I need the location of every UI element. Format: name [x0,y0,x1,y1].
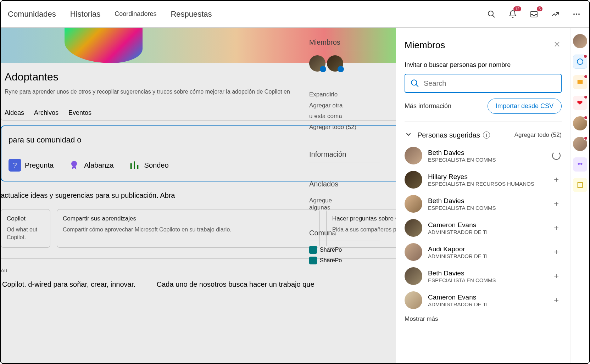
side-link[interactable]: SharePo [320,257,342,264]
tab-ideas[interactable]: Aideas [5,109,24,117]
person-row: Beth DaviesESPECIALISTA EN COMMS [405,147,562,164]
svg-line-1 [492,15,495,17]
rail-avatar[interactable] [573,137,587,151]
person-role: ADMINISTRADOR DE TI [428,253,551,259]
person-role: ADMINISTRADOR DE TI [428,301,551,307]
inbox-badge: 5 [537,6,542,11]
more-icon[interactable] [571,9,582,20]
plus-icon [553,273,560,280]
nav-tabs: Comunidades Historias Coordinadores Resp… [8,10,212,19]
card-1[interactable]: Copilot Od what out Copilot. [1,209,50,248]
person-row: Hillary ReyesESPECIALISTA EN RECURSOS HU… [405,171,562,189]
post-text-2: Cada uno de nosotros busca hacer un trab… [157,280,315,289]
info-icon[interactable]: i [483,131,490,139]
panel-title: Miembros [405,40,445,51]
rail-presentation-icon[interactable] [573,75,587,89]
person-avatar[interactable] [405,243,422,261]
svg-rect-33 [578,183,582,188]
person-avatar[interactable] [405,219,422,237]
nav-tab-comunidades[interactable]: Comunidades [8,10,56,19]
side-info-heading: Información [309,150,380,162]
add-person-button[interactable] [551,174,562,185]
svg-rect-30 [577,80,583,84]
member-avatar[interactable] [309,55,325,72]
person-role: ESPECIALISTA EN RECURSOS HUMANOS [428,181,551,187]
nav-tab-historias[interactable]: Historias [70,10,101,19]
close-icon [554,41,560,47]
plus-icon [553,248,560,256]
search-input[interactable] [424,79,556,88]
svg-point-4 [576,13,577,15]
side-text: u esta coma [309,111,380,122]
show-more-link[interactable]: Mostrar más [405,315,562,323]
person-role: ESPECIALISTA EN COMMS [428,205,551,211]
person-row: Audi KapoorADMINISTRADOR DE TI [405,243,562,261]
person-avatar[interactable] [405,267,422,285]
person-avatar[interactable] [405,147,422,164]
inbox-icon[interactable]: 5 [528,9,540,20]
analytics-icon[interactable] [550,9,561,20]
nav-tab-respuestas[interactable]: Respuestas [171,10,212,19]
suggested-title: Personas sugeridas [417,131,480,139]
search-icon[interactable] [486,9,497,20]
add-person-button[interactable] [551,223,562,233]
close-button[interactable] [552,40,562,51]
nav-right: 12 5 [486,9,582,20]
import-csv-button[interactable]: Importar desde CSV [488,99,562,114]
side-comuna-heading: Comuna [309,229,380,241]
rail-notes-icon[interactable] [573,178,587,192]
tab-eventos[interactable]: Eventos [68,109,91,117]
side-text: Agregue [309,197,332,204]
side-anclados-heading: Anclados [309,180,380,192]
compose-option-pregunta[interactable]: ? Pregunta [9,159,54,172]
add-person-button[interactable] [551,271,562,281]
question-icon: ? [9,159,21,172]
person-avatar[interactable] [405,291,422,309]
nav-tab-coordinadores[interactable]: Coordinadores [115,10,156,18]
person-row: Beth DaviesESPECIALISTA EN COMMS [405,195,562,213]
sharepoint-icon [309,246,317,254]
add-person-button[interactable] [551,295,562,306]
rail-avatar[interactable] [573,34,587,48]
compose-option-sondeo[interactable]: Sondeo [128,159,169,172]
person-avatar[interactable] [405,195,422,213]
compose-option-alabanza[interactable]: Alabanza [68,159,113,172]
poll-icon [128,159,141,172]
person-name: Beth Davies [428,269,551,277]
search-icon [410,79,419,88]
person-row: Beth DaviesESPECIALISTA EN COMMS [405,267,562,285]
svg-point-0 [488,11,493,16]
plus-icon [553,176,560,183]
side-text: Agregar otra [309,100,380,111]
svg-point-3 [573,13,575,15]
plus-icon [553,297,560,304]
search-box[interactable] [405,74,562,93]
person-name: Beth Davies [428,197,551,205]
rail-group-icon[interactable] [573,157,587,172]
rail-avatar[interactable] [573,116,587,130]
person-avatar[interactable] [405,171,422,189]
rail-heart-icon[interactable]: ❤ [573,96,587,110]
members-panel: Miembros Invitar o buscar personas por n… [396,28,570,363]
side-text: algunas [309,204,330,211]
member-avatar[interactable] [327,55,343,72]
person-row: Cameron EvansADMINISTRADOR DE TI [405,219,562,237]
rail-copilot-icon[interactable] [573,55,587,69]
svg-point-9 [71,161,77,167]
add-all-link[interactable]: Agregar todo (52) [514,131,562,139]
loading-spinner[interactable] [551,150,562,161]
chevron-down-icon[interactable] [405,130,412,140]
add-person-button[interactable] [551,247,562,257]
bell-icon[interactable]: 12 [507,9,518,20]
side-members-heading: Miembros [309,38,380,50]
top-nav: Comunidades Historias Coordinadores Resp… [1,1,589,28]
more-info-link[interactable]: Más información [405,102,451,110]
person-name: Audi Kapoor [428,245,551,253]
tab-archivos[interactable]: Archivos [34,109,59,117]
card-2[interactable]: Compartir sus aprendizajes Compartir cóm… [57,209,320,248]
svg-point-5 [578,13,580,15]
side-link[interactable]: SharePo [320,247,342,253]
add-person-button[interactable] [551,198,562,209]
person-role: ESPECIALISTA EN COMMS [428,277,551,283]
svg-point-29 [577,59,583,65]
